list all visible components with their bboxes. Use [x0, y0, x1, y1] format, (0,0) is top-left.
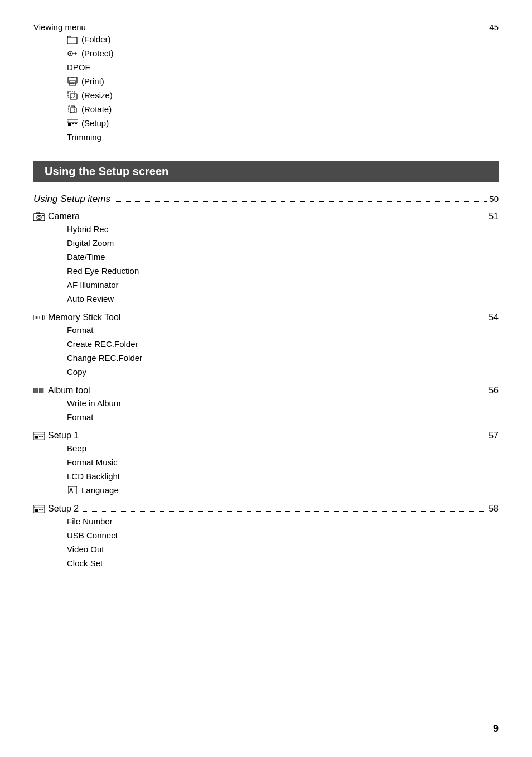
list-item: Hybrid Rec — [33, 223, 499, 236]
list-item: Create REC.Folder — [33, 337, 499, 351]
list-item-format-music: Format Music — [33, 456, 499, 469]
list-item: Change REC.Folder — [33, 351, 499, 365]
setup-block-album: Album tool 56 Write in Album Format — [33, 385, 499, 424]
svg-rect-0 — [67, 37, 77, 44]
setup-icon: 1 — [67, 119, 78, 128]
viewing-menu-title: Viewing menu — [33, 22, 86, 32]
toc-entry-using-setup: Using Setup items 50 — [33, 194, 499, 205]
toc-entry-setup1: 1 Setup 1 57 — [33, 431, 499, 441]
memory-stick-title: Memory Stick Tool — [48, 312, 120, 322]
svg-text:1: 1 — [34, 432, 35, 435]
svg-rect-16 — [72, 123, 74, 124]
svg-rect-15 — [68, 123, 71, 126]
trimming-label: Trimming — [67, 132, 101, 142]
viewing-menu-page: 45 — [489, 22, 499, 32]
toc-entry-setup2: 2 Setup 2 58 — [33, 504, 499, 514]
section-banner-text: Using the Setup screen — [45, 165, 168, 177]
svg-point-21 — [38, 216, 40, 219]
list-item: (Print) — [33, 75, 499, 88]
list-item: Clock Set — [33, 557, 499, 570]
toc-dots — [95, 393, 485, 393]
svg-text:A: A — [69, 488, 73, 494]
list-item: (Rotate) — [33, 103, 499, 116]
camera-page: 51 — [489, 211, 499, 221]
list-item: Copy — [33, 365, 499, 379]
list-item: Video Out — [33, 543, 499, 556]
svg-rect-37 — [39, 436, 41, 437]
svg-rect-36 — [35, 436, 38, 438]
svg-rect-38 — [42, 436, 43, 437]
toc-entry-album: Album tool 56 — [33, 385, 499, 396]
toc-dots — [83, 511, 484, 512]
svg-text:1: 1 — [67, 120, 69, 122]
toc-dots — [84, 219, 484, 219]
toc-dots — [113, 201, 487, 202]
list-item: Date/Time — [33, 250, 499, 264]
list-item: Digital Zoom — [33, 237, 499, 250]
list-item: A Language — [33, 484, 499, 497]
list-item: Format — [33, 411, 499, 424]
toc-dots — [88, 30, 487, 30]
using-setup-page: 50 — [489, 194, 499, 204]
memory-stick-icon — [33, 313, 45, 322]
svg-rect-44 — [35, 509, 38, 512]
svg-rect-32 — [34, 388, 38, 393]
list-item: Auto Review — [33, 292, 499, 306]
list-item: Write in Album — [33, 397, 499, 410]
svg-rect-9 — [68, 91, 75, 97]
rotate-icon — [67, 105, 78, 114]
list-item: (Protect) — [33, 47, 499, 60]
resize-label: (Resize) — [81, 89, 113, 102]
svg-text:2: 2 — [34, 505, 35, 508]
svg-point-2 — [70, 53, 71, 55]
list-item: DPOF — [33, 61, 499, 74]
memory-stick-page: 54 — [489, 312, 499, 322]
setup2-icon: 2 — [33, 504, 45, 513]
resize-icon — [67, 91, 78, 100]
list-item: Trimming — [33, 131, 499, 144]
camera-title: Camera — [48, 211, 80, 221]
setup-label: (Setup) — [81, 117, 109, 130]
language-icon: A — [67, 486, 78, 495]
toc-dots — [83, 438, 484, 438]
dpof-label: DPOF — [67, 62, 90, 72]
list-item: AF Illuminator — [33, 278, 499, 292]
setup-block-camera: Camera 51 Hybrid Rec Digital Zoom Date/T… — [33, 211, 499, 306]
section-banner: Using the Setup screen — [33, 161, 499, 182]
toc-entry-viewing-menu: Viewing menu 45 — [33, 22, 499, 32]
list-item: (Resize) — [33, 89, 499, 102]
toc-entry-camera: Camera 51 — [33, 211, 499, 221]
svg-rect-11 — [69, 106, 75, 112]
print-icon — [67, 77, 78, 86]
print-label: (Print) — [81, 75, 104, 88]
page-number: 9 — [493, 723, 499, 735]
toc-dots — [125, 320, 484, 320]
svg-rect-17 — [75, 123, 77, 124]
folder-label: (Folder) — [81, 33, 111, 46]
list-item: LCD Backlight — [33, 470, 499, 483]
setup2-title: Setup 2 — [48, 504, 79, 514]
language-label: Language — [81, 484, 119, 497]
setup-block-using: Using Setup items 50 — [33, 194, 499, 205]
setup1-title: Setup 1 — [48, 431, 79, 441]
svg-point-20 — [37, 215, 41, 220]
setup1-page: 57 — [489, 431, 499, 441]
camera-icon — [33, 212, 45, 221]
svg-rect-45 — [39, 509, 41, 510]
list-item: Beep — [33, 442, 499, 455]
using-setup-title: Using Setup items — [33, 194, 110, 205]
list-item: Red Eye Reduction — [33, 264, 499, 278]
setup-block-setup1: 1 Setup 1 57 Beep Format Music LCD Backl… — [33, 431, 499, 497]
list-item: USB Connect — [33, 529, 499, 542]
toc-entry-memory-stick: Memory Stick Tool 54 — [33, 312, 499, 322]
setup-toc-section: Using Setup items 50 Camera 51 Hybrid Re… — [33, 194, 499, 570]
svg-rect-23 — [42, 215, 44, 216]
list-item: 1 (Setup) — [33, 117, 499, 130]
list-item: (Folder) — [33, 33, 499, 46]
album-icon — [33, 386, 45, 395]
setup-block-setup2: 2 Setup 2 58 File Number USB Connect Vid… — [33, 504, 499, 570]
viewing-menu-section: Viewing menu 45 (Folder) (Protect) DPOF — [33, 22, 499, 144]
rotate-label: (Rotate) — [81, 103, 112, 116]
album-title: Album tool — [48, 385, 90, 396]
protect-label: (Protect) — [81, 47, 114, 60]
